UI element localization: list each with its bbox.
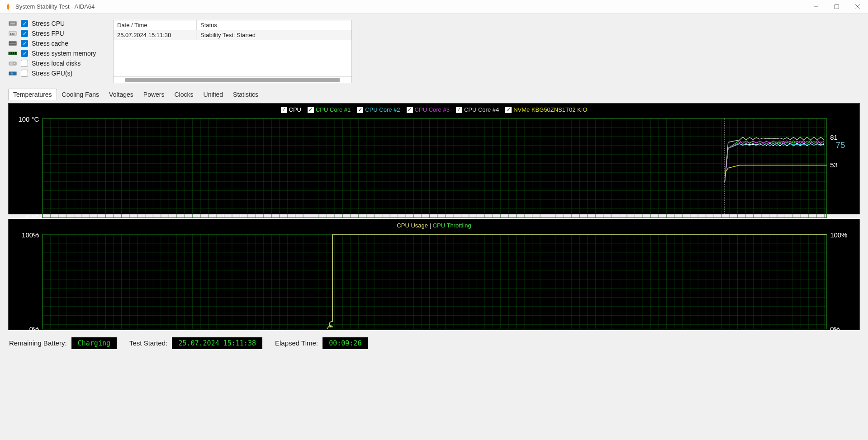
svg-text:123: 123 <box>10 33 15 35</box>
stress-label: Stress CPU <box>32 20 65 27</box>
top-panel: Stress CPU123Stress FPUStress cacheStres… <box>0 14 868 86</box>
cache-icon <box>8 41 17 46</box>
stress-checkbox-cache[interactable] <box>21 40 28 47</box>
stress-options: Stress CPU123Stress FPUStress cacheStres… <box>8 20 108 77</box>
tab-temperatures[interactable]: Temperatures <box>8 89 57 100</box>
log-header-status[interactable]: Status <box>197 20 351 30</box>
log-datetime: 25.07.2024 15:11:38 <box>114 30 197 40</box>
stress-label: Stress FPU <box>32 30 64 37</box>
chart1-legend-item[interactable]: CPU Core #1 <box>308 106 351 113</box>
svg-point-16 <box>14 62 16 65</box>
stress-checkbox-gpu[interactable] <box>21 70 28 77</box>
log-body: 25.07.2024 15:11:38Stability Test: Start… <box>114 30 351 76</box>
legend-checkbox[interactable] <box>281 107 287 113</box>
tab-powers[interactable]: Powers <box>138 89 170 100</box>
log-status: Stability Test: Started <box>197 30 351 40</box>
cpu-icon <box>8 21 17 26</box>
stress-option-fpu: 123Stress FPU <box>8 30 108 37</box>
log-h-scrollbar[interactable] <box>114 76 351 83</box>
svg-text:100 °C: 100 °C <box>18 115 39 123</box>
svg-text:53: 53 <box>830 161 838 169</box>
tab-cooling-fans[interactable]: Cooling Fans <box>57 89 104 100</box>
svg-text:0%: 0% <box>830 325 840 333</box>
chart1-legend-item[interactable]: CPU Core #2 <box>357 106 400 113</box>
legend-label: CPU Core #3 <box>415 106 450 113</box>
stress-label: Stress system memory <box>32 50 96 57</box>
stress-option-disk: Stress local disks <box>8 60 108 67</box>
svg-rect-131 <box>43 118 827 218</box>
log-row[interactable]: 25.07.2024 15:11:38Stability Test: Start… <box>114 30 351 40</box>
legend-label: CPU Core #4 <box>464 106 499 113</box>
close-button[interactable] <box>847 0 868 14</box>
tab-clocks[interactable]: Clocks <box>170 89 199 100</box>
chart2-legend-throttling: CPU Throttling <box>433 222 471 229</box>
charts: CPUCPU Core #1CPU Core #2CPU Core #3CPU … <box>0 100 868 334</box>
fpu-icon: 123 <box>8 31 17 36</box>
svg-rect-250 <box>43 234 827 329</box>
chart2-legend: CPU Usage | CPU Throttling <box>9 219 859 230</box>
disk-icon <box>8 61 17 66</box>
legend-checkbox[interactable] <box>456 107 462 113</box>
gpu-icon <box>8 71 17 76</box>
svg-text:100%: 100% <box>22 231 39 239</box>
svg-rect-13 <box>13 52 14 54</box>
stress-checkbox-fpu[interactable] <box>21 30 28 37</box>
svg-text:0%: 0% <box>29 325 39 333</box>
chart2-plot: 100%0%100%0% <box>9 230 859 353</box>
stress-option-gpu: Stress GPU(s) <box>8 70 108 77</box>
svg-rect-11 <box>9 52 10 54</box>
legend-checkbox[interactable] <box>505 107 512 113</box>
window-title: System Stability Test - AIDA64 <box>15 3 95 10</box>
legend-label: CPU <box>289 106 301 113</box>
legend-label: CPU Core #2 <box>365 106 400 113</box>
svg-rect-12 <box>11 52 12 54</box>
tabs: TemperaturesCooling FansVoltagesPowersCl… <box>0 89 868 100</box>
stress-option-cpu: Stress CPU <box>8 20 108 27</box>
legend-checkbox[interactable] <box>308 107 314 113</box>
svg-rect-1 <box>835 5 839 9</box>
legend-label: CPU Core #1 <box>316 106 351 113</box>
stress-label: Stress local disks <box>32 60 81 67</box>
log-header: Date / Time Status <box>114 20 351 30</box>
maximize-button[interactable] <box>826 0 847 14</box>
chart1-legend-item[interactable]: CPU <box>281 106 301 113</box>
legend-label: NVMe KBG50ZNS1T02 KIO <box>513 106 587 113</box>
stress-checkbox-disk[interactable] <box>21 60 28 67</box>
stress-label: Stress GPU(s) <box>32 70 72 77</box>
tab-voltages[interactable]: Voltages <box>104 89 138 100</box>
separator: | <box>430 222 433 229</box>
chart1-legend-item[interactable]: CPU Core #4 <box>456 106 499 113</box>
svg-text:100%: 100% <box>830 231 847 239</box>
legend-checkbox[interactable] <box>357 107 363 113</box>
legend-checkbox[interactable] <box>407 107 413 113</box>
chart-usage: CPU Usage | CPU Throttling 100%0%100%0% <box>8 219 860 330</box>
tab-statistics[interactable]: Statistics <box>228 89 263 100</box>
chart-temperatures: CPUCPU Core #1CPU Core #2CPU Core #3CPU … <box>8 103 860 214</box>
svg-rect-5 <box>10 23 15 24</box>
stress-option-ram: Stress system memory <box>8 50 108 57</box>
chart1-legend: CPUCPU Core #1CPU Core #2CPU Core #3CPU … <box>9 104 859 114</box>
ram-icon <box>8 51 17 56</box>
minimize-button[interactable] <box>806 0 826 14</box>
stress-label: Stress cache <box>32 40 68 47</box>
titlebar: System Stability Test - AIDA64 <box>0 0 868 14</box>
chart1-legend-item[interactable]: CPU Core #3 <box>407 106 450 113</box>
svg-text:75: 75 <box>836 140 845 150</box>
stress-checkbox-cpu[interactable] <box>21 20 28 27</box>
svg-point-18 <box>11 72 13 75</box>
chart2-legend-usage: CPU Usage <box>397 222 428 229</box>
stress-option-cache: Stress cache <box>8 40 108 47</box>
chart1-legend-item[interactable]: NVMe KBG50ZNS1T02 KIO <box>505 106 587 113</box>
tab-unified[interactable]: Unified <box>199 89 228 100</box>
svg-rect-14 <box>15 52 16 54</box>
app-icon <box>5 3 12 10</box>
log-table: Date / Time Status 25.07.2024 15:11:38St… <box>113 20 352 83</box>
stress-checkbox-ram[interactable] <box>21 50 28 57</box>
log-header-datetime[interactable]: Date / Time <box>114 20 197 30</box>
